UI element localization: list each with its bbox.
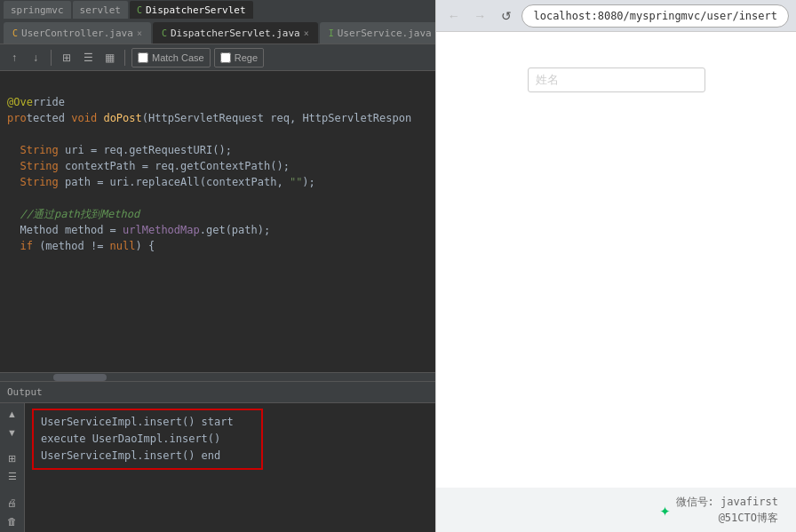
output-panel: Output ▲ ▼ ⊞ ☰ 🖨 🗑 UserServiceImpl.inser…: [0, 381, 435, 532]
browser-panel: ← → ↺ localhost:8080/myspringmvc/user/in…: [435, 0, 796, 532]
browser-footer: ✦ 微信号: javafirst @51CTO博客: [436, 488, 796, 532]
match-case-checkbox[interactable]: [138, 52, 148, 63]
output-header: Output: [0, 382, 435, 403]
horizontal-scrollbar[interactable]: [0, 372, 435, 381]
code-text: String uri = req.getRequestURI();: [7, 142, 232, 158]
file-tab-label: UserController.java: [21, 28, 133, 39]
code-line: [0, 190, 435, 206]
input-placeholder: 姓名: [536, 72, 559, 88]
output-box: UserServiceImpl.insert() start execute U…: [32, 409, 263, 470]
code-text: protected void doPost(HttpServletRequest…: [7, 110, 411, 126]
toolbar: ↑ ↓ ⊞ ☰ ▦ Match Case Rege: [0, 44, 435, 71]
toolbar-btn-5[interactable]: ▦: [100, 49, 118, 67]
code-line: @Override: [0, 94, 435, 110]
ide-panel: springmvc servlet C DispatcherServlet C …: [0, 0, 435, 532]
wechat-label: 微信号: javafirst: [676, 494, 778, 510]
forward-button[interactable]: →: [469, 5, 490, 27]
output-line-3: UserServiceImpl.insert() end: [41, 448, 254, 465]
toolbar-btn-1[interactable]: ↑: [5, 49, 23, 67]
code-text: String path = uri.replaceAll(contextPath…: [7, 174, 315, 190]
code-line: if (method != null) {: [0, 238, 435, 254]
output-btn-6[interactable]: 🗑: [4, 513, 21, 528]
output-btn-3[interactable]: ⊞: [4, 451, 21, 466]
wechat-icon: ✦: [659, 499, 670, 520]
close-icon[interactable]: ×: [304, 28, 309, 38]
output-btn-4[interactable]: ☰: [4, 469, 21, 484]
code-text: //通过path找到Method: [7, 206, 139, 222]
toolbar-separator: [51, 50, 52, 66]
toolbar-btn-2[interactable]: ↓: [27, 49, 44, 67]
code-line: [0, 126, 435, 142]
tab-label: springmvc: [11, 4, 64, 16]
output-scroll-down[interactable]: ▼: [4, 425, 21, 441]
back-button[interactable]: ←: [443, 5, 464, 27]
output-label: Output: [7, 386, 43, 398]
refresh-button[interactable]: ↺: [496, 5, 516, 27]
url-text: localhost:8080/myspringmvc/user/insert: [533, 10, 777, 22]
tab-label: DispatcherServlet: [146, 4, 246, 16]
output-body: ▲ ▼ ⊞ ☰ 🖨 🗑 UserServiceImpl.insert() sta…: [0, 403, 435, 532]
back-icon: ←: [448, 9, 460, 23]
code-line: [0, 78, 435, 94]
tab-icon-orange: C: [12, 28, 18, 38]
tab-icon-green: C: [162, 28, 167, 38]
output-content: UserServiceImpl.insert() start execute U…: [25, 403, 435, 532]
code-line: //通过path找到Method: [0, 206, 435, 222]
title-tab-servlet[interactable]: servlet: [73, 1, 128, 19]
match-case-button[interactable]: Match Case: [131, 48, 211, 67]
output-line-1: UserServiceImpl.insert() start: [41, 414, 254, 431]
match-case-label: Match Case: [152, 52, 204, 63]
browser-name-input[interactable]: 姓名: [528, 67, 705, 92]
title-tab-springmvc[interactable]: springmvc: [4, 1, 71, 19]
rege-label: Rege: [235, 52, 258, 63]
browser-content: 姓名: [436, 32, 796, 488]
file-tab-label: DispatcherServlet.java: [171, 28, 300, 39]
tab-icon-green: I: [329, 28, 334, 38]
title-tab-dispatcherservlet[interactable]: C DispatcherServlet: [130, 1, 253, 19]
code-line: protected void doPost(HttpServletRequest…: [0, 110, 435, 126]
tab-label: servlet: [80, 4, 121, 16]
code-line: String contextPath = req.getContextPath(…: [0, 158, 435, 174]
output-sidebar: ▲ ▼ ⊞ ☰ 🖨 🗑: [0, 403, 25, 532]
wechat-info: 微信号: javafirst @51CTO博客: [676, 494, 778, 526]
file-tab-usercontroller[interactable]: C UserController.java ×: [4, 22, 151, 44]
close-icon[interactable]: ×: [137, 28, 142, 38]
file-tab-dispatcherservlet[interactable]: C DispatcherServlet.java ×: [153, 22, 318, 44]
code-text: Method method = urlMethodMap.get(path);: [7, 222, 270, 238]
output-scroll-up[interactable]: ▲: [4, 407, 21, 422]
toolbar-btn-3[interactable]: ⊞: [58, 49, 76, 67]
browser-bar: ← → ↺ localhost:8080/myspringmvc/user/in…: [436, 0, 796, 32]
file-tab-userservice[interactable]: I UserService.java: [320, 22, 441, 44]
tab-icon: C: [137, 5, 142, 15]
code-line: String path = uri.replaceAll(contextPath…: [0, 174, 435, 190]
code-line: Method method = urlMethodMap.get(path);: [0, 222, 435, 238]
forward-icon: →: [474, 9, 486, 23]
code-text: @Override: [7, 94, 65, 110]
url-bar[interactable]: localhost:8080/myspringmvc/user/insert: [521, 4, 789, 28]
title-bar: springmvc servlet C DispatcherServlet: [0, 0, 435, 20]
code-text: String contextPath = req.getContextPath(…: [7, 158, 290, 174]
rege-checkbox[interactable]: [220, 52, 231, 63]
rege-button[interactable]: Rege: [214, 48, 264, 67]
code-area: @Override protected void doPost(HttpServ…: [0, 71, 435, 372]
blog-label: @51CTO博客: [676, 510, 778, 526]
refresh-icon: ↺: [501, 9, 512, 23]
toolbar-btn-4[interactable]: ☰: [79, 49, 97, 67]
output-line-2: execute UserDaoImpl.insert(): [41, 431, 254, 448]
toolbar-separator-2: [124, 50, 125, 66]
file-tabs: C UserController.java × C DispatcherServ…: [0, 20, 435, 44]
file-tab-label: UserService.java: [338, 28, 432, 39]
code-text: if (method != null) {: [7, 238, 155, 254]
output-btn-5[interactable]: 🖨: [4, 495, 21, 510]
code-line: String uri = req.getRequestURI();: [0, 142, 435, 158]
